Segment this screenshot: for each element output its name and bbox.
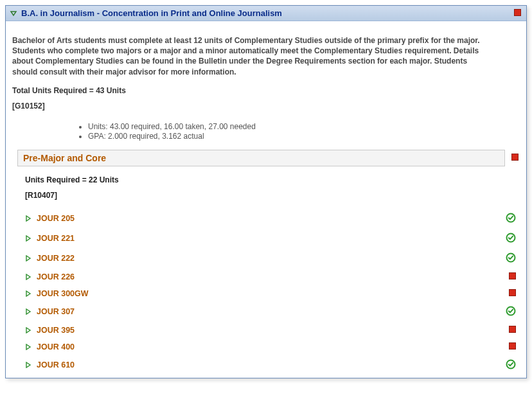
course-link[interactable]: JOUR 400: [37, 342, 509, 351]
course-link[interactable]: JOUR 222: [37, 254, 506, 263]
degree-audit-panel: B.A. in Journalism - Concentration in Pr…: [5, 5, 527, 378]
section-header: Pre-Major and Core: [17, 150, 519, 166]
course-row: JOUR 400: [17, 339, 519, 355]
section-title: Pre-Major and Core: [23, 153, 106, 163]
course-row: JOUR 610: [17, 355, 519, 375]
status-incomplete-icon: [509, 342, 516, 351]
expand-triangle-icon[interactable]: [25, 327, 31, 333]
total-units-label: Total Units Required = 43 Units: [12, 86, 519, 95]
course-row: JOUR 300GW: [17, 285, 519, 302]
section-units-label: Units Required = 22 Units: [25, 175, 519, 184]
status-incomplete-icon: [509, 272, 516, 281]
status-complete-icon: [506, 213, 516, 225]
expand-triangle-icon[interactable]: [25, 215, 31, 222]
course-link[interactable]: JOUR 205: [37, 214, 506, 223]
requirement-section: Pre-Major and Core Units Required = 22 U…: [6, 150, 526, 375]
gpa-stat: GPA: 2.000 required, 3.162 actual: [88, 132, 519, 141]
status-complete-icon: [506, 306, 516, 318]
svg-marker-8: [26, 291, 30, 296]
course-link[interactable]: JOUR 610: [37, 360, 506, 369]
course-link[interactable]: JOUR 300GW: [37, 289, 509, 298]
svg-marker-9: [26, 309, 30, 314]
svg-marker-13: [26, 362, 30, 368]
section-status-icon: [511, 154, 519, 163]
svg-marker-12: [26, 344, 30, 350]
program-status-icon: [514, 9, 521, 18]
status-complete-icon: [506, 359, 516, 371]
course-link[interactable]: JOUR 395: [37, 326, 509, 335]
program-header: B.A. in Journalism - Concentration in Pr…: [6, 6, 526, 21]
status-incomplete-icon: [509, 326, 516, 335]
expand-triangle-icon[interactable]: [25, 235, 31, 242]
course-row: JOUR 222: [17, 249, 519, 269]
expand-triangle-icon[interactable]: [25, 308, 31, 315]
section-code: [R10407]: [25, 191, 519, 200]
course-row: JOUR 221: [17, 229, 519, 249]
course-row: JOUR 226: [17, 269, 519, 285]
program-description: Bachelor of Arts students must complete …: [12, 35, 488, 77]
group-code: [G10152]: [12, 102, 519, 111]
course-link[interactable]: JOUR 221: [37, 234, 506, 243]
section-title-box: Pre-Major and Core: [17, 150, 505, 166]
status-complete-icon: [506, 233, 516, 245]
course-row: JOUR 307: [17, 302, 519, 322]
status-incomplete-icon: [509, 289, 516, 298]
expand-triangle-icon[interactable]: [25, 290, 31, 297]
svg-marker-11: [26, 328, 30, 333]
units-stat: Units: 43.00 required, 16.00 taken, 27.0…: [88, 122, 519, 131]
expand-triangle-icon[interactable]: [25, 274, 31, 280]
course-link[interactable]: JOUR 226: [37, 272, 509, 281]
svg-marker-3: [26, 236, 30, 241]
course-row: JOUR 205: [17, 209, 519, 229]
course-link[interactable]: JOUR 307: [37, 307, 506, 316]
expand-triangle-icon[interactable]: [25, 255, 31, 262]
svg-marker-5: [26, 256, 30, 261]
course-list: JOUR 205JOUR 221JOUR 222JOUR 226JOUR 300…: [17, 209, 519, 375]
course-row: JOUR 395: [17, 322, 519, 339]
expand-triangle-icon[interactable]: [25, 344, 31, 350]
svg-marker-7: [26, 274, 30, 279]
program-title: B.A. in Journalism - Concentration in Pr…: [21, 8, 514, 18]
program-content: Bachelor of Arts students must complete …: [6, 21, 526, 150]
collapse-toggle-icon[interactable]: [10, 10, 17, 17]
svg-marker-0: [11, 12, 16, 15]
svg-marker-1: [26, 216, 30, 221]
program-stats: Units: 43.00 required, 16.00 taken, 27.0…: [76, 122, 519, 141]
expand-triangle-icon[interactable]: [25, 362, 31, 368]
status-complete-icon: [506, 253, 516, 265]
